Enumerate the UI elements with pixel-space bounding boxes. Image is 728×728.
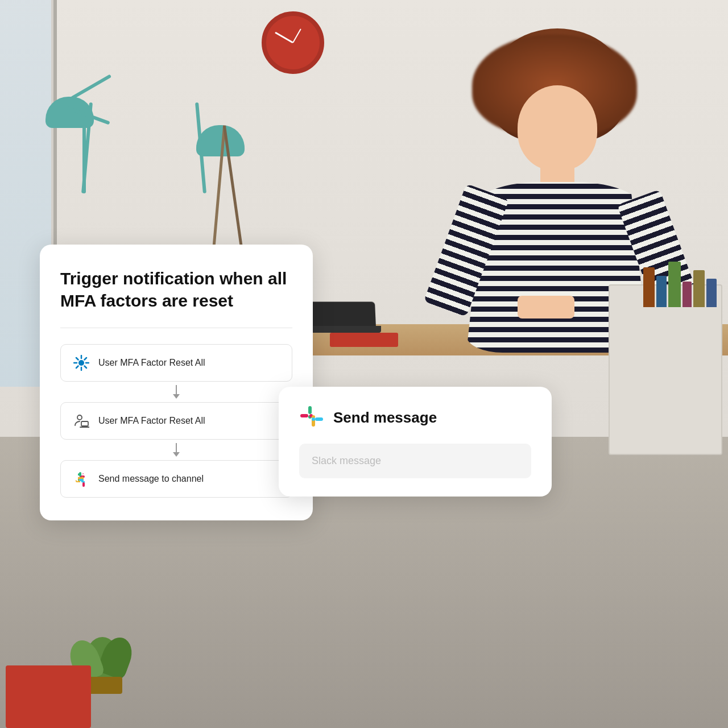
workflow-step-1[interactable]: User MFA Factor Reset All [60,344,292,382]
slack-card-title: Send message [333,409,437,427]
svg-rect-10 [81,421,88,426]
step-3-label: Send message to channel [98,474,204,484]
user-laptop-icon [72,412,90,430]
svg-rect-20 [308,406,312,414]
slack-message-input[interactable]: Slack message [299,444,531,478]
svg-line-7 [85,358,87,360]
svg-rect-16 [79,472,81,477]
step-connector-2 [60,440,292,460]
wall-clock [262,11,324,74]
arrow-down-1 [173,385,180,399]
red-box [6,665,91,728]
workflow-steps: User MFA Factor Reset All User MFA Facto… [60,344,292,498]
cabinet [609,284,722,455]
step-2-label: User MFA Factor Reset All [98,416,205,426]
svg-rect-22 [300,414,308,417]
workflow-card: Trigger notification when all MFA factor… [40,245,313,520]
workflow-title: Trigger notification when all MFA factor… [60,267,292,312]
svg-rect-26 [315,417,323,421]
slack-send-card: Send message Slack message [279,387,552,497]
svg-rect-19 [79,479,84,481]
arrow-line-1 [176,385,177,394]
books [643,262,717,307]
svg-point-9 [77,415,82,420]
slack-logo-icon [299,405,324,430]
slack-message-placeholder: Slack message [312,455,381,466]
slack-card-header: Send message [299,405,531,430]
svg-line-5 [76,358,78,360]
step-connector-1 [60,382,292,402]
workflow-divider [60,328,292,328]
arrow-line-2 [176,443,177,452]
workflow-step-2[interactable]: User MFA Factor Reset All [60,402,292,440]
arrow-head-2 [173,452,180,457]
svg-rect-27 [312,417,315,421]
arrow-down-2 [173,443,180,457]
slack-icon-step [72,470,90,488]
okta-sunburst-icon [72,354,90,372]
svg-point-0 [78,360,84,366]
arrow-head-1 [173,394,180,399]
svg-line-6 [85,366,87,369]
red-notebook [330,333,398,347]
svg-line-8 [76,366,78,369]
workflow-step-3[interactable]: Send message to channel [60,460,292,498]
step-1-label: User MFA Factor Reset All [98,358,205,368]
svg-rect-17 [82,482,85,487]
face [518,85,597,171]
